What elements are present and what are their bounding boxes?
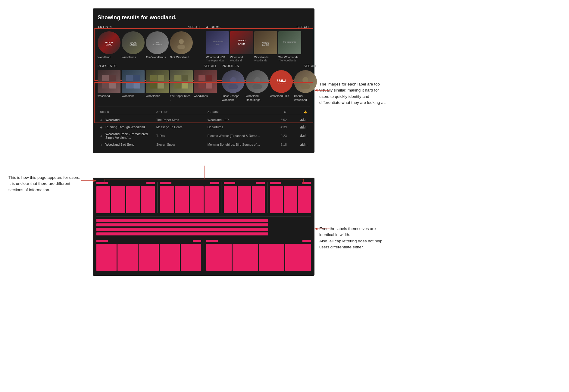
songs-col-album: ALBUM xyxy=(208,110,271,114)
annotation-top-right: The images for each label are too visual… xyxy=(319,81,389,106)
song-row-4[interactable]: + Woodland Bird Song Steven Snow Morning… xyxy=(98,141,310,148)
song-row-3[interactable]: + Woodland Rock - Remastered Single Vers… xyxy=(98,131,310,141)
wf-sec4-seeall xyxy=(302,182,311,184)
song-waveform-2 xyxy=(287,125,307,129)
song-row-1[interactable]: + Woodland The Paper Kites Woodland - EP… xyxy=(98,116,310,123)
song-row-2[interactable]: + Running Through Woodland Message To Be… xyxy=(98,123,310,131)
album-sub-woodland: Woodland xyxy=(230,59,253,62)
wf-sec3-seeall xyxy=(256,182,265,184)
album-thumb-woodland: WOODLAND xyxy=(230,31,253,54)
album-sub-thewoodlands: The Woodlands xyxy=(278,59,301,62)
song-add-1[interactable]: + xyxy=(100,118,104,122)
artist-thumb-woodlands: WOODLANDS xyxy=(122,31,145,54)
artist-thumb-thewoodlands: thewoodlands xyxy=(146,31,169,54)
svg-point-40 xyxy=(301,84,310,89)
svg-text:EP: EP xyxy=(216,44,219,45)
wf-section-3 xyxy=(224,182,265,213)
artist-card-nickwoodland[interactable]: Nick Woodland xyxy=(170,31,193,59)
songs-col-artist: ARTIST xyxy=(156,110,208,114)
playlist-label-2: Woodland xyxy=(122,94,145,98)
svg-text:LAND: LAND xyxy=(238,42,245,45)
song-artist-1: The Paper Kites xyxy=(156,118,208,122)
svg-point-39 xyxy=(302,77,308,83)
song-time-2: 4:39 xyxy=(271,125,287,129)
profiles-header: PROFILES SEE ALL xyxy=(222,64,317,68)
svg-rect-24 xyxy=(158,75,164,81)
svg-rect-27 xyxy=(174,75,181,81)
profile-card-woodland-recordings[interactable]: Woodland Recordings xyxy=(246,70,269,102)
artist-thumb-nickwoodland xyxy=(170,31,193,54)
playlists-pane: PLAYLISTS SEE ALL woodland xyxy=(98,64,219,102)
artist-card-thewoodlands[interactable]: thewoodlands The Woodlands xyxy=(146,31,169,59)
profiles-see-all[interactable]: SEE ALL xyxy=(304,64,317,68)
wf-item xyxy=(252,186,265,213)
playlist-thumb-1 xyxy=(98,70,120,93)
wf-item xyxy=(160,244,180,271)
album-sub-woodland-ep: The Paper Kites xyxy=(206,59,229,62)
album-card-woodlands[interactable]: WOODLANDS Woodlands Woodlands xyxy=(254,31,277,62)
songs-col-song: SONG xyxy=(100,110,156,114)
artist-label-woodland: Woodland xyxy=(98,55,120,59)
wf-bsec2-items xyxy=(206,244,311,271)
bottom-section-row: PLAYLISTS SEE ALL woodland xyxy=(98,64,310,102)
svg-point-36 xyxy=(228,84,238,89)
playlist-thumb-2 xyxy=(122,70,145,93)
wf-sec4-items xyxy=(270,186,311,213)
artists-header: ARTISTS SEE ALL xyxy=(98,26,201,29)
songs-col-actions: 👍 xyxy=(287,110,307,114)
wf-top-row xyxy=(96,182,311,213)
song-add-4[interactable]: + xyxy=(100,143,104,146)
playlist-card-3[interactable]: Woodlands xyxy=(146,70,169,102)
wf-item xyxy=(111,186,125,213)
svg-rect-32 xyxy=(206,75,212,81)
album-card-thewoodlands[interactable]: the woodlands The Woodlands The Woodland… xyxy=(278,31,301,62)
wf-bottom-section-1 xyxy=(96,240,201,271)
song-waveform-4 xyxy=(287,142,307,147)
album-card-woodland[interactable]: WOODLAND Woodland Woodland xyxy=(230,31,253,62)
profile-card-connor[interactable]: Connor Woodland xyxy=(294,70,317,102)
wf-divider-2 xyxy=(221,182,221,213)
profile-card-woodland-hills[interactable]: WH Woodland Hills xyxy=(270,70,293,102)
playlist-label-3: Woodlands xyxy=(146,94,169,98)
artist-card-woodland[interactable]: WOODLAND Woodland xyxy=(98,31,120,59)
profile-card-lucas[interactable]: Lucas Joseph Woodland xyxy=(222,70,245,102)
svg-text:LANDS: LANDS xyxy=(262,44,269,46)
song-add-3[interactable]: + xyxy=(100,134,104,138)
profiles-label: PROFILES xyxy=(222,64,239,68)
album-label-woodland: Woodland xyxy=(230,55,253,59)
wf-section-4 xyxy=(270,182,311,213)
wf-item xyxy=(285,244,311,271)
playlist-card-paperkites[interactable]: The Paper Kites - ... xyxy=(170,70,193,102)
wf-item xyxy=(96,186,110,213)
svg-rect-16 xyxy=(109,75,116,81)
profile-thumb-lucas xyxy=(222,70,245,93)
wf-item xyxy=(190,186,204,213)
svg-rect-26 xyxy=(158,82,164,89)
playlist-card-1[interactable]: woodland xyxy=(98,70,120,102)
profile-thumb-connor xyxy=(294,70,317,93)
playlists-see-all[interactable]: SEE ALL xyxy=(204,64,217,68)
svg-text:LANDS: LANDS xyxy=(130,44,137,46)
playlist-label-paperkites: The Paper Kites - ... xyxy=(170,94,193,102)
song-add-2[interactable]: + xyxy=(100,125,104,129)
playlist-card-woodlands2[interactable]: woodlands xyxy=(194,70,217,102)
artist-card-woodlands[interactable]: WOODLANDS Woodlands xyxy=(122,31,145,59)
wf-divider-1 xyxy=(157,182,158,213)
wireframe-panel xyxy=(93,178,314,276)
wf-song-row xyxy=(96,232,268,235)
svg-rect-21 xyxy=(126,82,133,89)
song-time-1: 3:52 xyxy=(271,118,287,122)
playlist-label-1: woodland xyxy=(98,94,120,98)
svg-rect-23 xyxy=(150,75,157,81)
album-thumb-woodlands: WOODLANDS xyxy=(254,31,277,54)
wf-item xyxy=(224,186,237,213)
playlist-card-2[interactable]: Woodland xyxy=(122,70,145,102)
album-card-woodland-ep[interactable]: THE FILLEREP Woodland - EP The Paper Kit… xyxy=(206,31,229,62)
svg-point-35 xyxy=(230,77,236,83)
artists-see-all[interactable]: SEE ALL xyxy=(188,26,201,29)
albums-see-all[interactable]: SEE ALL xyxy=(296,26,310,29)
wf-sec2-seeall xyxy=(210,182,219,184)
wf-bsec1-label xyxy=(96,240,108,242)
album-label-woodland-ep: Woodland - EP xyxy=(206,55,229,59)
album-sub-woodlands: Woodlands xyxy=(254,59,277,62)
